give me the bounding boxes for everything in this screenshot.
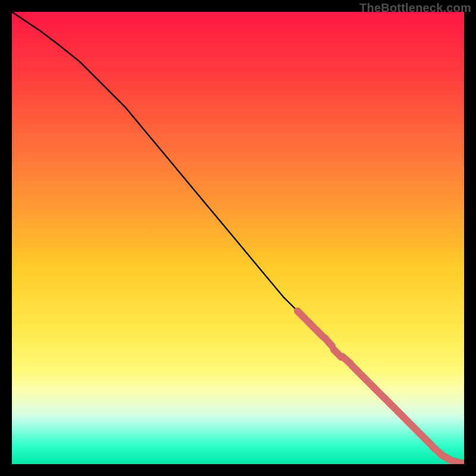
data-marker (298, 311, 305, 319)
data-marker (388, 402, 396, 409)
data-marker (441, 455, 451, 460)
plot-area (12, 12, 464, 464)
data-marker (361, 374, 368, 382)
data-marker (406, 419, 414, 427)
data-marker (424, 438, 432, 446)
data-marker (325, 338, 332, 346)
data-marker (306, 320, 314, 328)
data-marker (352, 365, 359, 373)
data-marker (415, 428, 423, 436)
data-marker (315, 329, 323, 337)
watermark-text: TheBottleneck.com (359, 1, 471, 15)
chart-curve-layer (12, 12, 464, 464)
data-marker (379, 393, 387, 400)
data-marker (343, 356, 351, 364)
data-marker (397, 411, 405, 418)
stage: TheBottleneck.com (0, 0, 476, 476)
bottleneck-curve (12, 12, 464, 463)
data-marker (370, 383, 378, 391)
marker-layer (298, 311, 464, 464)
data-marker (459, 463, 464, 464)
